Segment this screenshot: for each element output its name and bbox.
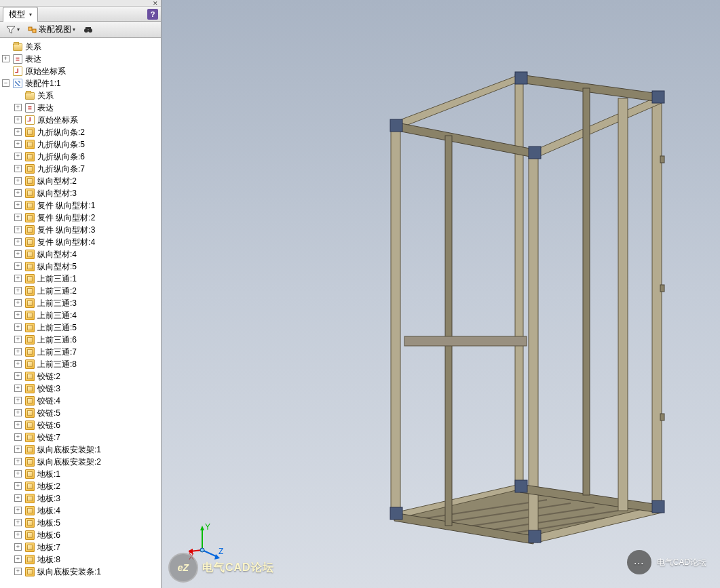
expand-icon[interactable]: + bbox=[14, 360, 22, 368]
tree-node[interactable]: +原始坐标系 bbox=[0, 114, 161, 126]
tree-node[interactable]: +上前三通:1 bbox=[0, 273, 161, 285]
tab-dropdown-icon[interactable]: ▾ bbox=[29, 12, 32, 18]
tree-node[interactable]: +铰链:4 bbox=[0, 395, 161, 407]
svg-point-44 bbox=[200, 548, 204, 552]
expand-icon[interactable]: + bbox=[14, 165, 22, 172]
expand-icon[interactable]: + bbox=[14, 543, 22, 551]
tree-node[interactable]: +地板:6 bbox=[0, 529, 161, 541]
tree-node[interactable]: +复件 纵向型材:4 bbox=[0, 236, 161, 248]
tree-node[interactable]: +上前三通:7 bbox=[0, 346, 161, 358]
tree-node[interactable]: +地板:7 bbox=[0, 541, 161, 553]
expand-icon[interactable]: + bbox=[14, 226, 22, 233]
expand-icon[interactable]: + bbox=[14, 568, 22, 575]
tree-node[interactable]: +地板:8 bbox=[0, 553, 161, 566]
part-icon bbox=[24, 298, 35, 309]
tree-node[interactable]: +铰链:2 bbox=[0, 370, 161, 383]
expand-icon[interactable]: + bbox=[14, 446, 22, 453]
expand-icon[interactable]: + bbox=[14, 372, 22, 380]
expand-icon[interactable]: + bbox=[14, 470, 22, 477]
tree-node-label: 纵向型材:5 bbox=[37, 261, 77, 273]
tree-node[interactable]: 原始坐标系 bbox=[0, 65, 161, 77]
expand-icon[interactable]: + bbox=[14, 507, 22, 514]
tree-node[interactable]: +九折纵向条:2 bbox=[0, 126, 161, 138]
assembly-view-button[interactable]: 装配视图 ▾ bbox=[26, 23, 77, 36]
part-icon bbox=[24, 261, 35, 272]
expand-icon[interactable]: + bbox=[14, 409, 22, 416]
expand-icon[interactable]: + bbox=[14, 519, 22, 526]
panel-close-icon[interactable]: ✕ bbox=[153, 0, 158, 7]
expand-icon[interactable]: + bbox=[14, 275, 22, 282]
tree-node[interactable]: +纵向底板安装条:1 bbox=[0, 566, 161, 578]
tree-node[interactable]: +铰链:7 bbox=[0, 431, 161, 444]
tree-node[interactable]: +铰链:5 bbox=[0, 407, 161, 419]
tree-node[interactable]: +地板:4 bbox=[0, 505, 161, 517]
expand-icon[interactable]: + bbox=[14, 311, 22, 319]
expand-icon[interactable]: + bbox=[14, 458, 22, 465]
expand-icon[interactable]: + bbox=[14, 336, 22, 343]
tree-node[interactable]: +九折纵向条:6 bbox=[0, 151, 161, 163]
expand-icon[interactable]: + bbox=[14, 250, 22, 258]
tree-node[interactable]: +地板:5 bbox=[0, 517, 161, 529]
expand-icon[interactable]: + bbox=[14, 482, 22, 490]
expand-icon[interactable]: + bbox=[2, 55, 10, 62]
expand-icon[interactable]: + bbox=[14, 433, 22, 441]
tree-node[interactable]: +纵向底板安装架:2 bbox=[0, 456, 161, 468]
expand-icon[interactable]: + bbox=[14, 348, 22, 355]
collapse-icon[interactable]: − bbox=[2, 79, 10, 87]
expand-icon[interactable]: + bbox=[14, 287, 22, 294]
part-icon bbox=[24, 359, 35, 370]
expand-icon[interactable]: + bbox=[14, 201, 22, 209]
help-icon[interactable]: ? bbox=[147, 9, 158, 20]
tree-node[interactable]: 关系 bbox=[0, 41, 161, 53]
expand-icon[interactable]: + bbox=[14, 189, 22, 197]
tree-node[interactable]: +上前三通:3 bbox=[0, 297, 161, 309]
tree-node[interactable]: +纵向型材:3 bbox=[0, 187, 161, 199]
model-tab[interactable]: 模型 ▾ bbox=[3, 7, 38, 22]
tree-node[interactable]: +铰链:3 bbox=[0, 383, 161, 395]
expand-icon[interactable]: + bbox=[14, 397, 22, 404]
expand-icon[interactable]: + bbox=[14, 421, 22, 429]
expand-icon[interactable]: + bbox=[14, 140, 22, 148]
expand-icon[interactable]: + bbox=[14, 238, 22, 246]
tree-node[interactable]: −装配件1:1 bbox=[0, 77, 161, 90]
3d-viewport[interactable]: Y X Z eZ 电气CAD论坛 电气CAD论坛 bbox=[162, 0, 720, 588]
expand-icon[interactable]: + bbox=[14, 128, 22, 136]
expand-icon[interactable]: + bbox=[14, 153, 22, 160]
tree-node[interactable]: +表达 bbox=[0, 102, 161, 114]
filter-button[interactable]: ▾ bbox=[4, 24, 22, 35]
tree-node[interactable]: +复件 纵向型材:1 bbox=[0, 199, 161, 212]
tree-node[interactable]: +铰链:6 bbox=[0, 419, 161, 431]
tree-node[interactable]: +上前三通:8 bbox=[0, 358, 161, 370]
tree-node[interactable]: +纵向型材:5 bbox=[0, 260, 161, 273]
tree-node[interactable]: 关系 bbox=[0, 90, 161, 102]
tree-node[interactable]: +地板:3 bbox=[0, 492, 161, 505]
expand-icon[interactable]: + bbox=[14, 555, 22, 563]
expand-icon[interactable]: + bbox=[14, 494, 22, 502]
tree-node[interactable]: +纵向型材:4 bbox=[0, 248, 161, 260]
expand-icon[interactable]: + bbox=[14, 104, 22, 111]
expand-icon[interactable]: + bbox=[14, 214, 22, 221]
expand-icon[interactable]: + bbox=[14, 116, 22, 123]
asm-icon bbox=[12, 78, 23, 89]
tree-node[interactable]: +九折纵向条:7 bbox=[0, 163, 161, 175]
tree-node[interactable]: +复件 纵向型材:2 bbox=[0, 212, 161, 224]
expand-icon[interactable]: + bbox=[14, 385, 22, 392]
tree-node[interactable]: +上前三通:5 bbox=[0, 321, 161, 334]
tree-node[interactable]: +纵向型材:2 bbox=[0, 175, 161, 187]
model-tree[interactable]: 关系+表达原始坐标系−装配件1:1关系+表达+原始坐标系+九折纵向条:2+九折纵… bbox=[0, 38, 161, 588]
tree-node[interactable]: +九折纵向条:5 bbox=[0, 138, 161, 151]
expand-icon[interactable]: + bbox=[14, 299, 22, 307]
expand-icon[interactable]: + bbox=[14, 262, 22, 270]
tree-node[interactable]: +地板:2 bbox=[0, 480, 161, 492]
find-button[interactable] bbox=[81, 24, 95, 35]
tree-node[interactable]: +表达 bbox=[0, 53, 161, 65]
expand-icon[interactable]: + bbox=[14, 324, 22, 331]
expand-icon[interactable]: + bbox=[14, 531, 22, 538]
tree-node[interactable]: +上前三通:2 bbox=[0, 285, 161, 297]
tree-node[interactable]: +纵向底板安装架:1 bbox=[0, 444, 161, 456]
tree-node[interactable]: +上前三通:6 bbox=[0, 334, 161, 346]
expand-icon[interactable]: + bbox=[14, 177, 22, 184]
tree-node[interactable]: +复件 纵向型材:3 bbox=[0, 224, 161, 236]
tree-node[interactable]: +上前三通:4 bbox=[0, 309, 161, 321]
tree-node[interactable]: +地板:1 bbox=[0, 468, 161, 480]
